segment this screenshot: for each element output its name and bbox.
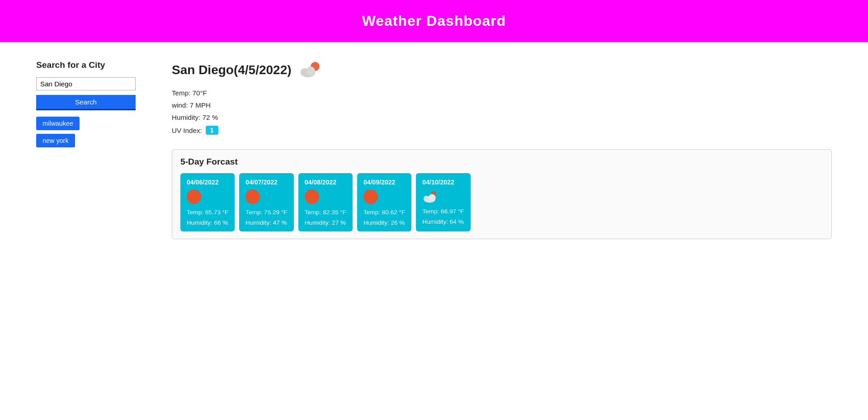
temp-label: Temp: 70°F (172, 89, 832, 97)
forecast-date-5: 04/10/2022 (422, 179, 464, 186)
forecast-title: 5-Day Forcast (180, 157, 823, 167)
uv-index-label: UV Index: (172, 127, 202, 134)
forecast-humidity-2: Humidity: 47 % (245, 219, 287, 226)
forecast-date-1: 04/06/2022 (187, 179, 228, 186)
forecast-temp-3: Temp: 82.35 °F (305, 209, 346, 216)
forecast-day-2: 04/07/2022 Temp: 75.29 °F Humidity: 47 % (239, 173, 293, 231)
forecast-day-3: 04/08/2022 Temp: 82.35 °F Humidity: 27 % (298, 173, 353, 231)
forecast-icon-3 (305, 189, 346, 205)
svg-point-3 (306, 66, 315, 76)
forecast-icon-4 (363, 189, 405, 205)
history-item-milwaukee[interactable]: milwaukee (36, 117, 80, 130)
current-weather-icon (298, 60, 322, 80)
forecast-temp-1: Temp: 65.73 °F (187, 209, 228, 216)
forecast-icon-5 (422, 189, 464, 204)
main-content: San Diego(4/5/2022) Temp: 70°F wind: 7 M… (172, 60, 832, 239)
page-title: Weather Dashboard (0, 13, 868, 29)
forecast-temp-2: Temp: 75.29 °F (245, 209, 287, 216)
wind-label: wind: 7 MPH (172, 101, 832, 109)
forecast-icon-1 (187, 189, 228, 205)
city-header: San Diego(4/5/2022) (172, 60, 832, 80)
forecast-temp-4: Temp: 80.62 °F (363, 209, 405, 216)
sidebar: Search for a City Search milwaukee new y… (36, 60, 136, 239)
forecast-date-2: 04/07/2022 (245, 179, 287, 186)
forecast-humidity-1: Humidity: 66 % (187, 219, 228, 226)
forecast-humidity-3: Humidity: 27 % (305, 219, 346, 226)
search-button[interactable]: Search (36, 95, 136, 110)
search-section-title: Search for a City (36, 60, 136, 70)
forecast-cards: 04/06/2022 Temp: 65.73 °F Humidity: 66 %… (180, 173, 823, 231)
humidity-label: Humidity: 72 % (172, 113, 832, 121)
forecast-temp-5: Temp: 66.97 °F (422, 208, 464, 215)
forecast-humidity-5: Humidity: 64 % (422, 218, 464, 225)
forecast-icon-2 (245, 189, 287, 205)
history-item-newyork[interactable]: new york (36, 134, 75, 147)
forecast-day-5: 04/10/2022 Temp: 66.97 °F Humidity: 64 % (416, 173, 470, 231)
forecast-date-3: 04/08/2022 (305, 179, 346, 186)
uv-row: UV Index: 1 (172, 126, 832, 135)
header: Weather Dashboard (0, 0, 868, 42)
forecast-container: 5-Day Forcast 04/06/2022 Temp: 65.73 °F … (172, 149, 832, 239)
current-weather-details: Temp: 70°F wind: 7 MPH Humidity: 72 % UV… (172, 89, 832, 135)
city-name: San Diego(4/5/2022) (172, 63, 292, 77)
svg-point-7 (429, 194, 436, 202)
forecast-date-4: 04/09/2022 (363, 179, 405, 186)
svg-point-6 (424, 196, 429, 202)
forecast-day-1: 04/06/2022 Temp: 65.73 °F Humidity: 66 % (180, 173, 235, 231)
forecast-humidity-4: Humidity: 26 % (363, 219, 405, 226)
main-layout: Search for a City Search milwaukee new y… (0, 42, 868, 257)
uv-index-badge: 1 (206, 126, 218, 135)
city-search-input[interactable] (36, 77, 136, 90)
search-history: milwaukee new york (36, 117, 136, 147)
forecast-day-4: 04/09/2022 Temp: 80.62 °F Humidity: 26 % (357, 173, 411, 231)
